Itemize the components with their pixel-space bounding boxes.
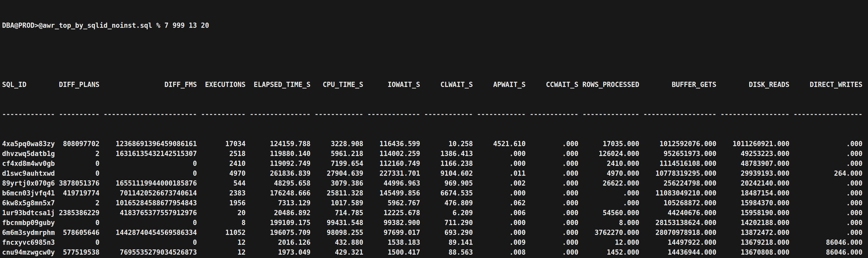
cell-iowait_s: 1538.183: [367, 238, 420, 246]
table-separator-row: ------------- ---------- ---------------…: [2, 109, 868, 119]
cell-ccwait_s: .000: [530, 179, 579, 187]
cell-buffer_gets: 105268872.000: [643, 199, 716, 207]
cell-iowait_s: 145499.856: [367, 189, 420, 197]
column-separator-executions: -----------: [201, 110, 246, 118]
table-row: dhvzwq5datb1g 2 16316135432142515307 251…: [2, 149, 868, 159]
cell-buffer_gets: 14436944.000: [643, 249, 716, 256]
cell-elapsed_time_s: 176248.666: [250, 189, 311, 197]
column-header-buffer_gets: BUFFER_GETS: [643, 81, 716, 88]
cell-buffer_gets: 1114516108.000: [643, 160, 716, 167]
cell-elapsed_time_s: 2016.126: [250, 238, 311, 246]
column-header-rows_processed: ROWS_PROCESSED: [583, 81, 639, 88]
cell-elapsed_time_s: 20486.892: [250, 209, 311, 217]
cell-direct_writes: .000: [794, 150, 863, 157]
column-header-ccwait_s: CCWAIT_S: [530, 81, 579, 88]
prompt-text: DBA@PROD>@awr_top_by_sqlid_noinst.sql % …: [2, 22, 209, 29]
cell-iowait_s: 5962.767: [367, 199, 420, 207]
cell-cpu_time_s: 3228.908: [314, 140, 363, 148]
table-row: 4xa5pq0wa83zy 808097702 1236869139645908…: [2, 139, 868, 149]
cell-ccwait_s: .000: [530, 219, 579, 227]
cell-diff_plans: 3878051376: [59, 179, 99, 187]
cell-ccwait_s: .000: [530, 199, 579, 207]
table-row: b6mcn03jvfq41 419719774 7011420526673740…: [2, 188, 868, 198]
cell-clwait_s: 1166.238: [424, 160, 473, 167]
cell-cpu_time_s: 98098.255: [314, 229, 363, 236]
cell-direct_writes: .000: [794, 219, 863, 227]
cell-ccwait_s: .000: [530, 238, 579, 246]
blank-line: [2, 50, 868, 60]
cell-apwait_s: .006: [477, 209, 526, 217]
cell-diff_fms: 0: [103, 238, 197, 246]
cell-diff_fms: 0: [103, 170, 197, 177]
cell-diff_fms: 16551119944000185876: [103, 179, 197, 187]
cell-executions: 12: [201, 238, 246, 246]
column-separator-clwait_s: ------------: [424, 110, 473, 118]
cell-apwait_s: .000: [477, 219, 526, 227]
cell-diff_plans: 0: [59, 170, 99, 177]
cell-elapsed_time_s: 196075.709: [250, 229, 311, 236]
table-row: cf4xd8m4wv0gb 0 0 2410 119092.749 7199.6…: [2, 159, 868, 168]
cell-elapsed_time_s: 119092.749: [250, 160, 311, 167]
cell-cpu_time_s: 5961.218: [314, 150, 363, 157]
cell-elapsed_time_s: 7313.129: [250, 199, 311, 207]
column-header-executions: EXECUTIONS: [201, 81, 246, 88]
cell-direct_writes: .000: [794, 160, 863, 167]
cell-clwait_s: 89.141: [424, 238, 473, 246]
cell-direct_writes: .000: [794, 140, 863, 148]
cell-executions: 20: [201, 209, 246, 217]
cell-diff_plans: 0: [59, 219, 99, 227]
cell-direct_writes: .000: [794, 199, 863, 207]
cell-diff_fms: 16316135432142515307: [103, 150, 197, 157]
table-row: 6kw8x5g8mn5x7 2 10165284588677954843 195…: [2, 198, 868, 208]
cell-sql_id: d1swc9auhtxwd: [2, 170, 55, 177]
cell-buffer_gets: 28070978918.000: [643, 229, 716, 236]
cell-clwait_s: 969.905: [424, 179, 473, 187]
terminal-window[interactable]: DBA@PROD>@awr_top_by_sqlid_noinst.sql % …: [0, 0, 868, 258]
cell-disk_reads: 29939193.000: [720, 170, 789, 177]
cell-rows_processed: 3762270.000: [583, 229, 639, 236]
cell-diff_fms: 7695535279034526873: [103, 249, 197, 256]
cell-rows_processed: 4970.000: [583, 170, 639, 177]
column-separator-sql_id: -------------: [2, 110, 55, 118]
cell-diff_fms: 7011420526673740614: [103, 189, 197, 197]
cell-executions: 2410: [201, 160, 246, 167]
cell-ccwait_s: .000: [530, 140, 579, 148]
column-separator-diff_fms: -----------------------: [103, 110, 197, 118]
table-row: 89yrtj0x070g6 3878051376 165511199440001…: [2, 178, 868, 188]
cell-apwait_s: .011: [477, 170, 526, 177]
cell-clwait_s: 88.563: [424, 249, 473, 256]
cell-elapsed_time_s: 1973.049: [250, 249, 311, 256]
cell-diff_plans: 419719774: [59, 189, 99, 197]
cell-clwait_s: 693.290: [424, 229, 473, 236]
cell-diff_fms: 0: [103, 160, 197, 167]
cell-clwait_s: 9104.602: [424, 170, 473, 177]
cell-sql_id: 6kw8x5g8mn5x7: [2, 199, 55, 207]
cell-ccwait_s: .000: [530, 189, 579, 197]
cell-disk_reads: 1011260921.000: [720, 140, 789, 148]
cell-iowait_s: 227331.701: [367, 170, 420, 177]
cell-clwait_s: 10.258: [424, 140, 473, 148]
cell-apwait_s: 4521.610: [477, 140, 526, 148]
cell-iowait_s: 44996.963: [367, 179, 420, 187]
cell-diff_fms: 12368691396459086161: [103, 140, 197, 148]
cell-diff_fms: 4183765377557912976: [103, 209, 197, 217]
cell-disk_reads: 13872472.000: [720, 229, 789, 236]
cell-apwait_s: .000: [477, 150, 526, 157]
column-header-iowait_s: IOWAIT_S: [367, 81, 420, 88]
cell-apwait_s: .000: [477, 189, 526, 197]
cell-direct_writes: .000: [794, 209, 863, 217]
cell-ccwait_s: .000: [530, 170, 579, 177]
cell-apwait_s: .002: [477, 179, 526, 187]
cell-diff_fms: 0: [103, 219, 197, 227]
cell-direct_writes: .000: [794, 229, 863, 236]
column-separator-iowait_s: -------------: [367, 110, 420, 118]
cell-diff_plans: 0: [59, 160, 99, 167]
cell-executions: 17034: [201, 140, 246, 148]
cell-iowait_s: 12225.678: [367, 209, 420, 217]
cell-cpu_time_s: 432.880: [314, 238, 363, 246]
cell-rows_processed: 1452.000: [583, 249, 639, 256]
cell-direct_writes: 264.000: [794, 170, 863, 177]
cell-rows_processed: 126024.000: [583, 150, 639, 157]
column-header-apwait_s: APWAIT_S: [477, 81, 526, 88]
cell-sql_id: fncxyvc6985n3: [2, 238, 55, 246]
